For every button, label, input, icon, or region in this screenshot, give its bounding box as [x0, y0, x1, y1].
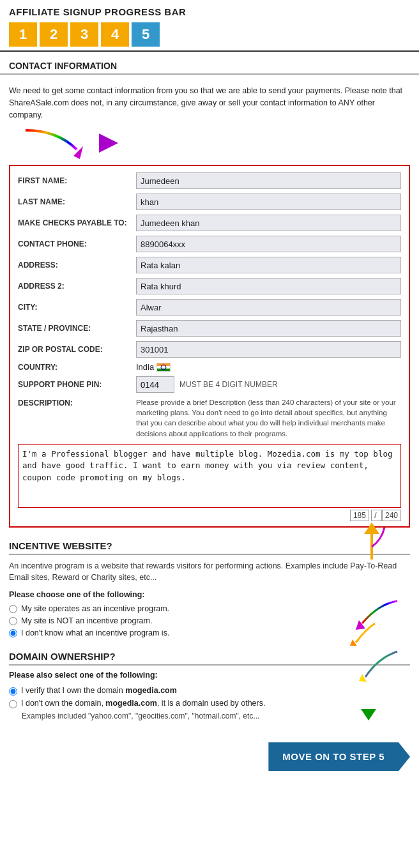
last-name-row: LAST NAME:: [18, 194, 401, 210]
domain-label-2-post: , it is a domain used by others.: [157, 699, 266, 708]
incentive-label-1: My site operates as an incentive program…: [21, 604, 169, 613]
support-pin-row: SUPPORT PHONE PIN: MUST BE 4 DIGIT NUMBE…: [18, 376, 401, 393]
address-row: ADDRESS:: [18, 257, 401, 273]
address2-input[interactable]: [136, 278, 401, 294]
description-row: DESCRIPTION: Please provide a brief Desc…: [18, 397, 401, 438]
city-input[interactable]: [136, 299, 401, 316]
arrow-decoration-area: [0, 127, 419, 162]
domain-note: Examples included "yahoo.com", "geocitie…: [22, 712, 410, 720]
description-info: Please provide a brief Description (less…: [136, 397, 401, 438]
domain-label-1: I verify that I own the domain mogedia.c…: [21, 686, 177, 695]
incentive-header-area: INCENTIVE WEBSITE?: [9, 540, 410, 555]
domain-label-2-pre: I don't own the domain,: [21, 699, 105, 708]
svg-marker-1: [99, 133, 118, 153]
domain-radio-2[interactable]: [9, 700, 17, 708]
description-textarea-container: I'm a Professional blogger and have mult…: [18, 441, 401, 520]
last-name-input[interactable]: [136, 194, 401, 210]
progress-bar-section: AFFILIATE SIGNUP PROGRESS BAR 1 2 3 4 5: [0, 0, 419, 52]
domain-section-title: DOMAIN OWNERSHIP?: [9, 651, 410, 666]
checks-input[interactable]: [136, 215, 401, 231]
domain-label-1-pre: I verify that I own the domain: [21, 686, 125, 695]
domain-section: DOMAIN OWNERSHIP? Please also select one…: [0, 647, 419, 732]
incentive-option-1: My site operates as an incentive program…: [9, 604, 410, 613]
domain-radio-1[interactable]: [9, 687, 17, 696]
incentive-options: My site operates as an incentive program…: [9, 604, 410, 637]
incentive-section: INCENTIVE WEBSITE? An incentive program …: [0, 537, 419, 648]
city-label: CITY:: [18, 303, 136, 312]
domain-option-2: I don't own the domain, mogedia.com, it …: [9, 699, 410, 708]
svg-marker-6: [361, 709, 376, 720]
zip-label: ZIP OR POSTAL CODE:: [18, 345, 136, 354]
support-pin-input[interactable]: [136, 376, 174, 393]
address-label: ADDRESS:: [18, 261, 136, 270]
domain-label-2: I don't own the domain, mogedia.com, it …: [21, 699, 265, 708]
incentive-radio-2[interactable]: [9, 617, 17, 625]
domain-header-area: DOMAIN OWNERSHIP?: [9, 651, 410, 666]
incentive-label-2: My site is NOT an incentive program.: [21, 616, 152, 625]
country-value: India: [136, 362, 154, 372]
zip-input[interactable]: [136, 341, 401, 358]
description-label: DESCRIPTION:: [18, 397, 136, 407]
incentive-arrow-icon: [353, 521, 391, 568]
svg-marker-2: [364, 522, 379, 534]
purple-arrow-icon: [96, 130, 121, 156]
support-pin-label: SUPPORT PHONE PIN:: [18, 380, 136, 389]
domain-choose-area: Please also select one of the following:: [9, 671, 410, 680]
step-1[interactable]: 1: [9, 22, 37, 47]
contact-intro-text: We need to get some contact information …: [0, 81, 419, 127]
incentive-choose-label: Please choose one of the following:: [9, 590, 410, 599]
char-count-separator: /: [371, 510, 382, 521]
char-count-value: 185: [350, 510, 369, 521]
domain-label-2-bold: mogedia.com: [105, 699, 157, 708]
incentive-label-3: I don't know what an incentive program i…: [21, 628, 169, 637]
incentive-radio-3[interactable]: [9, 629, 17, 637]
state-label: STATE / PROVINCE:: [18, 324, 136, 333]
first-name-input[interactable]: [136, 172, 401, 189]
phone-input[interactable]: [136, 236, 401, 252]
incentive-desc: An incentive program is a website that r…: [9, 560, 410, 584]
phone-label: CONTACT PHONE:: [18, 240, 136, 248]
domain-label-1-bold: mogedia.com: [125, 686, 177, 695]
state-row: STATE / PROVINCE:: [18, 320, 401, 337]
incentive-yellow-arrow: [346, 620, 378, 648]
progress-bar-title: AFFILIATE SIGNUP PROGRESS BAR: [9, 6, 410, 17]
domain-option-1: I verify that I own the domain mogedia.c…: [9, 686, 410, 696]
address-input[interactable]: [136, 257, 401, 273]
last-name-label: LAST NAME:: [18, 197, 136, 206]
city-row: CITY:: [18, 299, 401, 316]
description-char-count: 185 / 240: [18, 511, 401, 520]
char-count-max: 240: [382, 510, 401, 521]
checks-label: MAKE CHECKS PAYABLE TO:: [18, 218, 136, 227]
description-textarea[interactable]: I'm a Professional blogger and have mult…: [18, 444, 401, 508]
address2-row: ADDRESS 2:: [18, 278, 401, 294]
incentive-section-title: INCENTIVE WEBSITE?: [9, 540, 410, 555]
step-4[interactable]: 4: [101, 22, 129, 47]
step-3[interactable]: 3: [70, 22, 98, 47]
move-to-step5-button[interactable]: MOVE ON TO STEP 5: [268, 742, 410, 771]
india-flag-icon: [156, 363, 171, 372]
state-input[interactable]: [136, 320, 401, 337]
contact-section-header: CONTACT INFORMATION: [0, 52, 419, 75]
cta-container: MOVE ON TO STEP 5: [0, 732, 419, 784]
step-5[interactable]: 5: [132, 22, 160, 47]
phone-row: CONTACT PHONE:: [18, 236, 401, 252]
progress-steps: 1 2 3 4 5: [9, 22, 410, 47]
domain-choose-label: Please also select one of the following:: [9, 671, 410, 680]
first-name-label: FIRST NAME:: [18, 176, 136, 185]
step-2[interactable]: 2: [40, 22, 68, 47]
country-row: COUNTRY: India: [18, 362, 401, 372]
support-pin-note: MUST BE 4 DIGIT NUMBER: [179, 380, 278, 389]
domain-green-arrow: [353, 677, 385, 724]
country-label: COUNTRY:: [18, 363, 136, 372]
address2-label: ADDRESS 2:: [18, 282, 136, 291]
contact-form: FIRST NAME: LAST NAME: MAKE CHECKS PAYAB…: [9, 165, 410, 527]
incentive-radio-1[interactable]: [9, 605, 17, 613]
zip-row: ZIP OR POSTAL CODE:: [18, 341, 401, 358]
checks-row: MAKE CHECKS PAYABLE TO:: [18, 215, 401, 231]
rainbow-arrow-icon: [19, 127, 102, 162]
first-name-row: FIRST NAME:: [18, 172, 401, 189]
